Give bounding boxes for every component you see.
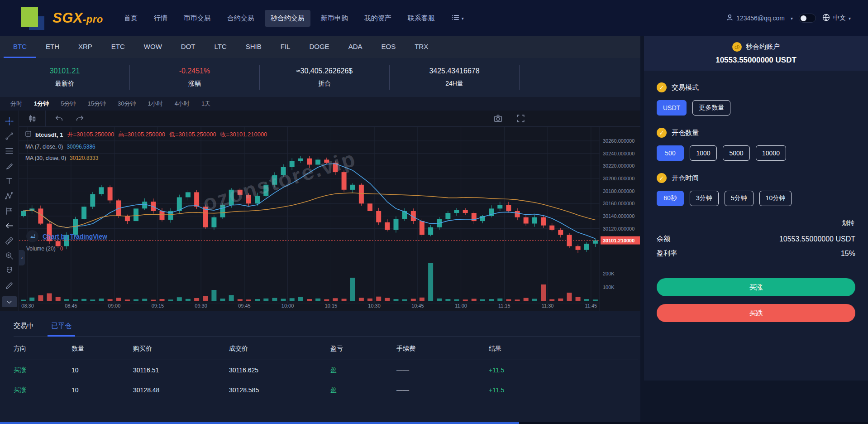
timeframe-3[interactable]: 15分钟 — [81, 100, 111, 108]
option-button-60秒[interactable]: 60秒 — [657, 191, 684, 206]
language-selector[interactable]: 中文 ▾ — [822, 13, 851, 23]
option-button-10分钟[interactable]: 10分钟 — [759, 191, 792, 206]
option-button-USDT[interactable]: USDT — [657, 100, 687, 116]
order-pnl: 盈 — [330, 366, 396, 374]
timeframe-2[interactable]: 5分钟 — [55, 100, 81, 108]
brand-logo[interactable] — [21, 5, 45, 31]
coin-tab-ltc[interactable]: LTC — [205, 36, 236, 58]
option-button-更多数量[interactable]: 更多数量 — [692, 100, 730, 116]
svg-text:10:15: 10:15 — [325, 303, 338, 308]
order-buy-price: 30116.51 — [133, 366, 229, 374]
transfer-link[interactable]: 划转 — [658, 219, 854, 227]
undo-icon[interactable] — [52, 112, 66, 125]
timeframe-0[interactable]: 分时 — [5, 100, 28, 108]
coin-tab-xrp[interactable]: XRP — [69, 36, 102, 58]
xabcd-pattern-icon[interactable] — [3, 189, 16, 202]
nav-item-7[interactable]: 联系客服 — [402, 10, 441, 27]
user-chevron-down-icon[interactable]: ▾ — [791, 16, 793, 21]
order-pnl: 盈 — [330, 386, 396, 394]
camera-snapshot-icon[interactable] — [491, 112, 505, 125]
orders-tab-1[interactable]: 已平仓 — [51, 322, 72, 330]
option-button-1000[interactable]: 1000 — [690, 145, 717, 161]
chevron-down-icon: ▾ — [462, 16, 464, 21]
option-button-3分钟[interactable]: 3分钟 — [690, 191, 719, 206]
legend-high: 高=30105.250000 — [118, 130, 165, 139]
nav-item-4[interactable]: 秒合约交易 — [265, 10, 310, 27]
profit-rate-value: 15% — [841, 250, 855, 258]
user-account-menu[interactable]: 123456@qq.com — [726, 14, 785, 23]
coin-tab-btc[interactable]: BTC — [4, 36, 36, 58]
option-button-500[interactable]: 500 — [657, 145, 684, 161]
magnet-icon[interactable] — [3, 264, 16, 277]
fib-retracement-icon[interactable] — [3, 144, 16, 158]
account-balance: 10553.55000000 USDT — [715, 56, 796, 65]
legend-collapse-icon[interactable] — [25, 131, 31, 138]
option-button-10000[interactable]: 10000 — [756, 145, 786, 161]
arrow-left-icon[interactable] — [3, 219, 16, 232]
coin-tab-wow[interactable]: WOW — [134, 36, 172, 58]
coin-tab-dot[interactable]: DOT — [172, 36, 205, 58]
forecast-icon[interactable] — [3, 204, 16, 217]
coin-tab-fil[interactable]: FIL — [271, 36, 300, 58]
svg-text:10:00: 10:00 — [281, 303, 294, 308]
coin-tab-etc[interactable]: ETC — [102, 36, 134, 58]
nav-item-6[interactable]: 我的资产 — [358, 10, 397, 27]
buy-down-button[interactable]: 买跌 — [657, 304, 855, 322]
orders-col-header-2: 购买价 — [133, 345, 229, 353]
list-menu-icon — [451, 13, 460, 23]
svg-text:30260.000000: 30260.000000 — [603, 138, 634, 144]
order-buy-price: 30128.48 — [133, 386, 229, 394]
orders-col-header-3: 成交价 — [229, 345, 330, 353]
nav-item-0[interactable]: 首页 — [118, 10, 143, 27]
measure-icon[interactable] — [3, 234, 16, 247]
legend-open: 开=30105.250000 — [67, 130, 114, 139]
timeframe-7[interactable]: 1天 — [196, 100, 216, 108]
buy-up-button[interactable]: 买涨 — [657, 278, 855, 296]
profit-rate-row: 盈利率 15% — [657, 249, 855, 258]
zoom-in-icon[interactable] — [3, 249, 16, 262]
timeframe-4[interactable]: 30分钟 — [112, 100, 142, 108]
trend-line-icon[interactable] — [3, 129, 16, 143]
candle-style-icon[interactable] — [25, 112, 39, 125]
option-group-title: ✓开仓数量 — [657, 128, 855, 138]
horizontal-scrollbar-thumb[interactable] — [0, 422, 519, 424]
trade-panel-body: ✓交易模式USDT更多数量✓开仓数量5001000500010000✓开仓时间6… — [644, 71, 868, 381]
coin-tab-eth[interactable]: ETH — [36, 36, 69, 58]
timeframe-5[interactable]: 1小时 — [142, 100, 168, 108]
fullscreen-icon[interactable] — [514, 112, 527, 125]
coin-tab-ada[interactable]: ADA — [339, 36, 372, 58]
svg-text:08:30: 08:30 — [21, 303, 34, 308]
drawing-mode-icon[interactable] — [3, 279, 16, 292]
chart-section: btcusdt, 1 开=30105.250000 高=30105.250000… — [0, 111, 640, 311]
coin-tab-shib[interactable]: SHIB — [236, 36, 271, 58]
coin-tab-eos[interactable]: EOS — [372, 36, 405, 58]
trade-panel: 秒合约账户 10553.55000000 USDT ✓交易模式USDT更多数量✓… — [644, 36, 868, 381]
nav-item-5[interactable]: 新币申购 — [315, 10, 354, 27]
svg-text:30140.000000: 30140.000000 — [603, 213, 634, 219]
stat-label: 涨幅 — [188, 80, 201, 88]
text-tool-icon[interactable] — [3, 174, 16, 188]
coin-tab-trx[interactable]: TRX — [405, 36, 438, 58]
ma30-value: 30120.8333 — [70, 155, 98, 161]
nav-item-3[interactable]: 合约交易 — [221, 10, 260, 27]
theme-toggle[interactable] — [799, 14, 816, 23]
order-direction: 买涨 — [14, 366, 72, 374]
timeframe-6[interactable]: 4小时 — [169, 100, 196, 108]
redo-icon[interactable] — [73, 112, 86, 125]
timeframe-1[interactable]: 1分钟 — [28, 100, 55, 108]
tradingview-attribution[interactable]: Chart by TradingView — [26, 230, 107, 242]
toolbar-collapse-handle[interactable]: ‹ — [19, 250, 25, 265]
brush-icon[interactable] — [3, 159, 16, 173]
stat-value: 3425.43416678 — [429, 67, 479, 75]
hide-toolbar-icon[interactable] — [2, 296, 17, 307]
nav-more-menu[interactable]: ▾ — [445, 9, 470, 27]
globe-icon — [822, 13, 830, 23]
nav-item-2[interactable]: 币币交易 — [178, 10, 217, 27]
nav-item-1[interactable]: 行情 — [148, 10, 173, 27]
orders-tab-0[interactable]: 交易中 — [14, 322, 34, 330]
crosshair-icon[interactable] — [3, 114, 16, 128]
coin-tabs: BTCETHXRPETCWOWDOTLTCSHIBFILDOGEADAEOSTR… — [0, 36, 640, 58]
option-button-5分钟[interactable]: 5分钟 — [725, 191, 754, 206]
coin-tab-doge[interactable]: DOGE — [300, 36, 339, 58]
option-button-5000[interactable]: 5000 — [723, 145, 750, 161]
